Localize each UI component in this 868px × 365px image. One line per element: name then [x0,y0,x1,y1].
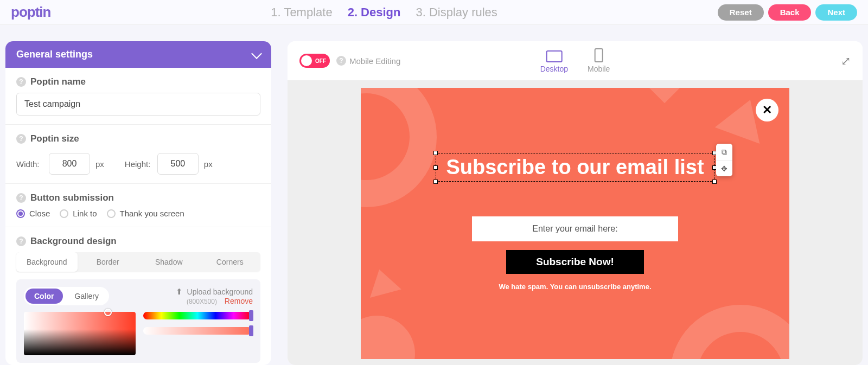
section-poptin-size: ? Poptin size Width: px Height: px [5,125,271,184]
color-picker [24,312,253,355]
pill-gallery[interactable]: Gallery [66,289,107,304]
step-template[interactable]: 1. Template [271,5,332,20]
popup-preview[interactable]: ✕ ⧉ ✥ Subscribe to our ema [361,88,789,359]
popup-subscribe-button[interactable]: Subscribe Now! [506,250,644,274]
upload-icon: ⬆ [176,287,183,297]
popup-disclaimer[interactable]: We hate spam. You can unsubscribe anytim… [499,283,651,291]
toggle-knob [301,55,312,66]
remove-background-link[interactable]: Remove [225,297,253,305]
radio-close[interactable]: Close [16,209,50,218]
section-button-submission: ? Button submission Close Link to Thank … [5,184,271,227]
mobile-editing-label: Mobile Editing [349,56,400,66]
height-input[interactable] [157,153,199,175]
width-input[interactable] [49,153,90,175]
poptin-name-input[interactable] [16,93,260,116]
app-header: poptin 1. Template 2. Design 3. Display … [0,0,868,25]
tab-border[interactable]: Border [78,252,139,272]
radio-close-label: Close [29,209,50,218]
move-icon[interactable]: ✥ [716,160,732,176]
device-toggle: Desktop Mobile [540,48,610,73]
mobile-icon [595,48,603,62]
resize-handle[interactable] [712,180,717,184]
saturation-picker[interactable] [24,312,136,355]
alpha-slider[interactable] [143,327,252,335]
accordion-title: General settings [16,49,93,60]
bg-panel: Color Gallery ⬆ Upload background (800X5… [16,279,260,363]
width-unit: px [95,159,104,169]
desktop-icon [546,50,562,62]
hue-cursor[interactable] [249,310,253,321]
headline-selected-element[interactable]: ⧉ ✥ Subscribe to our email list [436,153,714,182]
radio-icon [60,209,68,218]
help-icon[interactable]: ? [16,77,26,87]
element-side-tools: ⧉ ✥ [716,144,732,176]
toggle-off-label: OFF [315,58,326,64]
next-button[interactable]: Next [815,4,857,21]
resize-handle[interactable] [433,151,438,155]
device-mobile[interactable]: Mobile [588,48,610,73]
bg-tabs: Background Border Shadow Corners [16,252,260,272]
chevron-down-icon [251,48,262,59]
canvas-toolbar: OFF ? Mobile Editing Desktop Mobile ⤢ [288,41,863,80]
poptin-size-label: Poptin size [30,133,79,144]
radio-thankyou[interactable]: Thank you screen [107,209,184,218]
expand-icon[interactable]: ⤢ [841,54,851,68]
canvas-stage: ✕ ⧉ ✥ Subscribe to our ema [288,80,863,365]
tab-corners[interactable]: Corners [200,252,261,272]
device-desktop[interactable]: Desktop [540,50,568,73]
decor-shape [361,316,415,359]
canvas-area: OFF ? Mobile Editing Desktop Mobile ⤢ [288,41,863,365]
tab-shadow[interactable]: Shadow [138,252,200,272]
section-poptin-name: ? Poptin name [5,68,271,125]
accordion-general-settings[interactable]: General settings [5,41,271,68]
radio-linkto-label: Link to [73,209,97,218]
radio-icon [16,209,25,218]
close-icon: ✕ [762,103,772,117]
step-design[interactable]: 2. Design [348,5,401,20]
duplicate-icon[interactable]: ⧉ [716,144,732,160]
height-label: Height: [125,159,152,169]
upload-label: Upload background [187,287,253,296]
popup-email-input[interactable]: Enter your email here: [472,216,678,241]
resize-handle[interactable] [433,165,438,170]
mobile-editing-toggle[interactable]: OFF [299,54,330,68]
height-unit: px [204,159,213,169]
help-icon[interactable]: ? [16,134,26,144]
tab-background[interactable]: Background [16,252,78,272]
poptin-name-label: Poptin name [30,76,86,87]
popup-close-button[interactable]: ✕ [756,99,778,121]
background-design-label: Background design [30,236,117,247]
radio-linkto[interactable]: Link to [60,209,97,218]
upload-background[interactable]: ⬆ Upload background (800X500) Remove [176,287,253,305]
mobile-label: Mobile [588,65,610,73]
header-buttons: Reset Back Next [718,4,857,21]
bg-mode-pills: Color Gallery [24,287,109,305]
saturation-cursor[interactable] [104,309,112,316]
popup-headline[interactable]: Subscribe to our email list [446,156,704,179]
desktop-label: Desktop [540,65,568,73]
button-submission-label: Button submission [30,193,114,203]
help-icon[interactable]: ? [16,236,26,246]
step-display-rules[interactable]: 3. Display rules [416,5,497,20]
hue-slider[interactable] [143,312,252,319]
width-label: Width: [16,159,43,169]
radio-thankyou-label: Thank you screen [120,209,184,218]
reset-button[interactable]: Reset [718,4,764,21]
decor-shape [670,305,789,359]
help-icon[interactable]: ? [336,56,346,66]
radio-icon [107,209,116,218]
pill-color[interactable]: Color [25,289,63,304]
section-background-design: ? Background design Background Border Sh… [5,227,271,365]
upload-dims: (800X500) [187,298,217,305]
back-button[interactable]: Back [768,4,812,21]
brand-logo: poptin [11,4,50,21]
settings-sidebar: General settings ? Poptin name ? Poptin … [5,41,271,365]
alpha-cursor[interactable] [249,325,253,336]
help-icon[interactable]: ? [16,193,26,203]
resize-handle[interactable] [433,180,438,184]
wizard-steps: 1. Template 2. Design 3. Display rules [50,5,717,20]
